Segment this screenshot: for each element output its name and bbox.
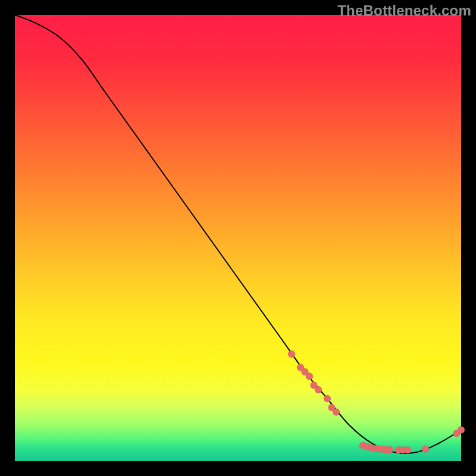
curve-marker — [324, 395, 331, 402]
curve-marker — [422, 446, 429, 453]
curve-marker — [404, 446, 411, 453]
curve-marker — [386, 446, 393, 453]
curve-marker — [458, 427, 465, 434]
curve-marker — [306, 373, 313, 380]
chart-svg — [15, 15, 461, 461]
bottleneck-curve-line — [15, 15, 461, 453]
curve-markers — [288, 350, 465, 453]
curve-marker — [288, 350, 295, 358]
watermark-label: TheBottleneck.com — [337, 2, 471, 19]
curve-marker — [315, 386, 322, 393]
curve-marker — [333, 409, 340, 416]
chart-plot-area — [15, 15, 461, 461]
chart-frame: TheBottleneck.com — [0, 0, 476, 476]
